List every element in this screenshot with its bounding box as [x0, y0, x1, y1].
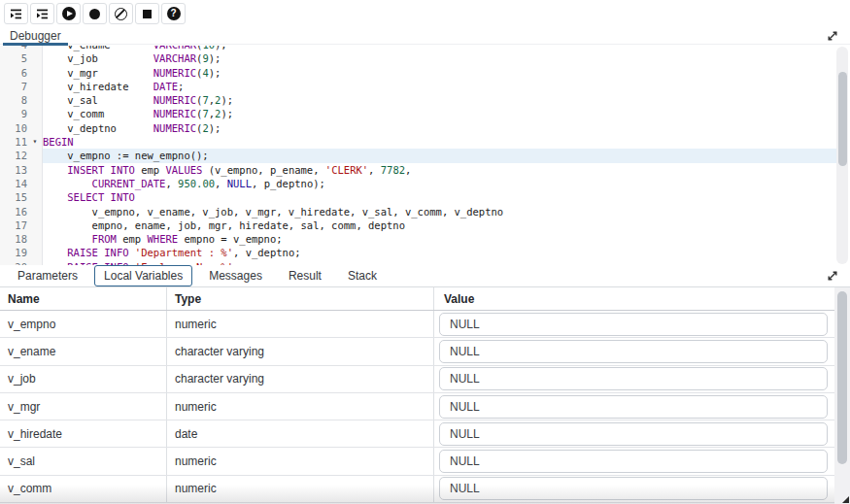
- code-line[interactable]: 12 v_empno := new_empno();: [0, 149, 837, 162]
- step-into-icon: [9, 7, 23, 21]
- cell-name: v_ename: [0, 338, 167, 364]
- code-text: v_sal NUMERIC(7,2);: [43, 93, 837, 107]
- cell-type: date: [167, 420, 434, 447]
- cell-value: [434, 393, 834, 420]
- gutter-marker: [27, 66, 43, 80]
- variable-value-input[interactable]: [439, 340, 828, 363]
- local-variables-table: NameTypeValue v_empnonumericv_enamechara…: [0, 287, 850, 504]
- cell-value: [434, 420, 834, 447]
- code-text: CURRENT_DATE, 950.00, NULL, p_deptno);: [43, 177, 837, 190]
- code-editor[interactable]: 4 v_ename VARCHAR(10);5 v_job VARCHAR(9)…: [0, 46, 850, 265]
- tab-messages[interactable]: Messages: [199, 265, 272, 286]
- gutter-marker: [27, 246, 43, 259]
- line-number: 15: [0, 190, 27, 204]
- table-scrollbar[interactable]: [834, 287, 850, 504]
- table-row: v_commnumeric: [0, 476, 850, 503]
- table-body: v_empnonumericv_enamecharacter varyingv_…: [0, 311, 850, 503]
- fold-arrow-icon[interactable]: ▾: [27, 135, 43, 149]
- code-text: v_comm NUMERIC(7,2);: [43, 107, 837, 120]
- stop-square-icon: [143, 10, 152, 18]
- tab-debugger[interactable]: Debugger: [3, 27, 68, 45]
- code-text: v_hiredate DATE;: [43, 80, 837, 93]
- line-number: 17: [0, 218, 27, 232]
- cell-name: v_mgr: [0, 393, 167, 420]
- cell-name: v_comm: [0, 476, 167, 502]
- panel-tab-bar: ParametersLocal VariablesMessagesResultS…: [0, 265, 850, 287]
- variable-value-input[interactable]: [439, 395, 828, 419]
- cell-value: [434, 448, 834, 474]
- step-over-icon: [35, 7, 50, 21]
- code-line[interactable]: 19 RAISE INFO 'Department : %', v_deptno…: [0, 246, 837, 259]
- editor-expand-icon[interactable]: [826, 29, 839, 43]
- line-number: 9: [0, 107, 27, 120]
- panel-tabs: ParametersLocal VariablesMessagesResultS…: [8, 265, 393, 286]
- help-button[interactable]: ?: [161, 3, 186, 24]
- clear-all-breakpoints-button[interactable]: [109, 3, 133, 24]
- cell-type: numeric: [167, 311, 434, 337]
- code-text: empno, ename, job, mgr, hiredate, sal, c…: [43, 218, 837, 232]
- toggle-breakpoint-button[interactable]: [83, 3, 107, 24]
- code-line[interactable]: 16 v_empno, v_ename, v_job, v_mgr, v_hir…: [0, 205, 837, 218]
- cell-name: v_empno: [0, 311, 167, 337]
- table-scrollbar-thumb[interactable]: [837, 291, 847, 464]
- code-line[interactable]: 18 FROM emp WHERE empno = v_empno;: [0, 232, 837, 246]
- code-line[interactable]: 14 CURRENT_DATE, 950.00, NULL, p_deptno)…: [0, 177, 837, 190]
- tab-local-variables[interactable]: Local Variables: [94, 265, 192, 286]
- stop-button[interactable]: [135, 3, 159, 24]
- gutter-marker: [27, 149, 43, 162]
- code-text: v_mgr NUMERIC(4);: [43, 66, 837, 80]
- play-circle-icon: [62, 7, 76, 20]
- step-over-button[interactable]: [30, 3, 54, 24]
- table-row: v_enamecharacter varying: [0, 338, 850, 365]
- gutter-marker: [27, 80, 43, 93]
- continue-button[interactable]: [56, 3, 81, 24]
- panel-expand-icon[interactable]: [826, 269, 839, 283]
- column-header-value: Value: [434, 287, 834, 310]
- gutter-marker: [27, 51, 43, 65]
- table-row: v_jobcharacter varying: [0, 366, 850, 393]
- code-line[interactable]: 10 v_deptno NUMERIC(2);: [0, 121, 837, 135]
- code-line[interactable]: 9 v_comm NUMERIC(7,2);: [0, 107, 837, 120]
- code-line[interactable]: 6 v_mgr NUMERIC(4);: [0, 66, 837, 80]
- code-line[interactable]: 5 v_job VARCHAR(9);: [0, 51, 837, 65]
- line-number: 7: [0, 80, 27, 93]
- tab-stack[interactable]: Stack: [338, 265, 387, 286]
- code-text: BEGIN: [43, 135, 837, 149]
- tab-result[interactable]: Result: [279, 265, 331, 286]
- code-line[interactable]: 13 INSERT INTO emp VALUES (v_empno, p_en…: [0, 163, 837, 177]
- line-number: 8: [0, 93, 27, 107]
- cell-value: [434, 311, 834, 337]
- line-number: 11: [0, 135, 27, 149]
- step-into-button[interactable]: [4, 3, 28, 24]
- tab-parameters[interactable]: Parameters: [8, 265, 87, 286]
- editor-scrollbar[interactable]: [836, 47, 848, 264]
- cell-type: character varying: [167, 366, 434, 392]
- code-line[interactable]: 7 v_hiredate DATE;: [0, 80, 837, 93]
- cell-name: v_sal: [0, 448, 167, 474]
- editor-scrollbar-thumb[interactable]: [838, 72, 847, 166]
- variable-value-input[interactable]: [439, 477, 828, 500]
- code-line[interactable]: 15 SELECT INTO: [0, 190, 837, 204]
- line-number: 19: [0, 246, 27, 259]
- gutter-marker: [27, 218, 43, 232]
- cell-value: [434, 338, 834, 364]
- variable-value-input[interactable]: [439, 313, 828, 336]
- code-lines: 4 v_ename VARCHAR(10);5 v_job VARCHAR(9)…: [0, 46, 837, 265]
- variable-value-input[interactable]: [439, 450, 828, 473]
- code-line[interactable]: 11▾BEGIN: [0, 135, 837, 149]
- breakpoint-dot-icon: [89, 9, 100, 19]
- code-text: SELECT INTO: [43, 190, 837, 204]
- cell-name: v_job: [0, 366, 167, 392]
- gutter-marker: [27, 205, 43, 218]
- code-line[interactable]: 17 empno, ename, job, mgr, hiredate, sal…: [0, 218, 837, 232]
- cell-type: character varying: [167, 338, 434, 364]
- debugger-toolbar: ?: [0, 0, 850, 27]
- variable-value-input[interactable]: [439, 422, 828, 446]
- variable-value-input[interactable]: [439, 367, 828, 390]
- code-text: v_job VARCHAR(9);: [43, 51, 837, 65]
- resize-grip[interactable]: [842, 496, 849, 503]
- gutter-marker: [27, 163, 43, 177]
- column-header-name: Name: [0, 287, 167, 310]
- code-line[interactable]: 8 v_sal NUMERIC(7,2);: [0, 93, 837, 107]
- gutter-marker: [27, 107, 43, 120]
